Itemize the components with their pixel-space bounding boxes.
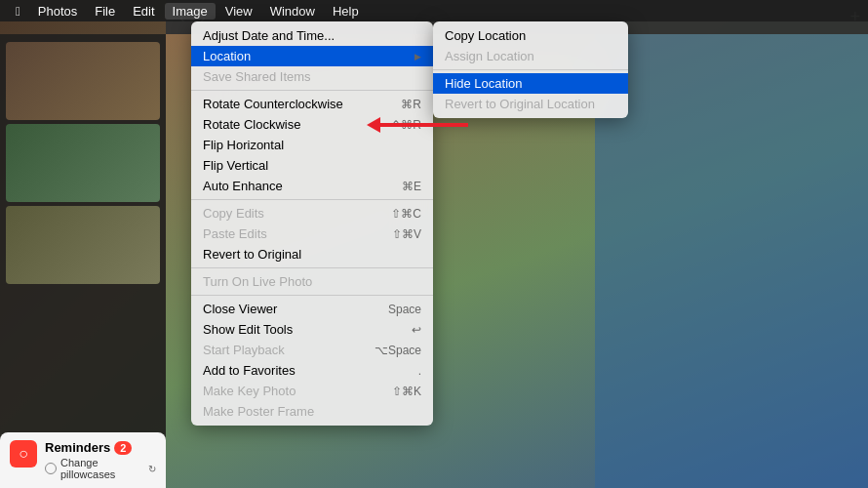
thumbnail-1[interactable]	[6, 42, 160, 120]
location-submenu: Copy Location Assign Location Hide Locat…	[433, 21, 628, 118]
reminder-item: Change pillowcases ↻	[45, 457, 156, 480]
menu-save-shared: Save Shared Items	[191, 66, 433, 87]
menu-add-favorites[interactable]: Add to Favorites .	[191, 360, 433, 381]
menubar-image[interactable]: Image	[165, 3, 216, 20]
separator-1	[191, 90, 433, 91]
refresh-icon: ↻	[148, 464, 156, 474]
menu-start-playback: Start Playback ⌥Space	[191, 340, 433, 360]
menubar-window[interactable]: Window	[262, 3, 323, 20]
menubar:  Photos File Edit Image View Window Hel…	[0, 0, 868, 21]
reminder-text: Change pillowcases	[60, 457, 144, 480]
thumbnail-3[interactable]	[6, 206, 160, 284]
menu-copy-edits: Copy Edits ⇧⌘C	[191, 203, 433, 224]
menubar-photos[interactable]: Photos	[30, 3, 85, 20]
reminders-app-icon: ○	[10, 440, 37, 468]
menu-adjust-date[interactable]: Adjust Date and Time...	[191, 25, 433, 46]
reminders-badge: 2	[114, 441, 132, 455]
menu-turn-on-live: Turn On Live Photo	[191, 271, 433, 292]
reminder-checkbox[interactable]	[45, 463, 57, 474]
reminders-content: Reminders 2 Change pillowcases ↻	[45, 440, 156, 480]
menu-flip-h[interactable]: Flip Horizontal	[191, 135, 433, 155]
arrow-head	[367, 117, 380, 133]
sidebar-thumbnail-strip	[0, 34, 166, 488]
submenu-separator	[433, 69, 628, 70]
right-photo-strip	[595, 34, 868, 488]
submenu-hide-location[interactable]: Hide Location	[433, 73, 628, 94]
submenu-assign-location: Assign Location	[433, 46, 628, 66]
menu-paste-edits: Paste Edits ⇧⌘V	[191, 224, 433, 244]
menu-rotate-ccw[interactable]: Rotate Counterclockwise ⌘R	[191, 94, 433, 114]
menu-location[interactable]: Location	[191, 46, 433, 66]
image-menu: Adjust Date and Time... Location Save Sh…	[191, 21, 433, 426]
menu-revert[interactable]: Revert to Original	[191, 244, 433, 264]
apple-menu[interactable]: 	[8, 4, 28, 19]
separator-2	[191, 199, 433, 200]
menu-flip-v[interactable]: Flip Vertical	[191, 155, 433, 176]
menu-auto-enhance[interactable]: Auto Enhance ⌘E	[191, 176, 433, 196]
thumbnail-2[interactable]	[6, 124, 160, 202]
menu-show-edit-tools[interactable]: Show Edit Tools ↩	[191, 319, 433, 340]
menubar-help[interactable]: Help	[325, 3, 367, 20]
separator-3	[191, 267, 433, 268]
menubar-view[interactable]: View	[217, 3, 260, 20]
reminders-widget: ○ Reminders 2 Change pillowcases ↻	[0, 432, 166, 488]
menu-make-poster: Make Poster Frame	[191, 401, 433, 422]
submenu-revert-location: Revert to Original Location	[433, 94, 628, 114]
arrow-body	[380, 123, 468, 127]
menu-make-key-photo: Make Key Photo ⇧⌘K	[191, 381, 433, 401]
reminders-title: Reminders	[45, 440, 110, 455]
menubar-file[interactable]: File	[87, 3, 123, 20]
menu-close-viewer[interactable]: Close Viewer Space	[191, 299, 433, 319]
submenu-copy-location[interactable]: Copy Location	[433, 25, 628, 46]
red-arrow-indicator	[380, 123, 468, 127]
menubar-edit[interactable]: Edit	[125, 3, 162, 20]
separator-4	[191, 295, 433, 296]
